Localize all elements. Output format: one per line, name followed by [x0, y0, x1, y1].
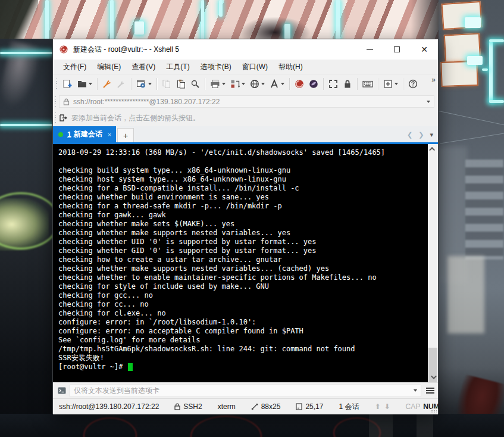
open-folder-icon: [77, 79, 87, 89]
session-properties-dropdown-caret[interactable]: [148, 83, 152, 85]
find-button[interactable]: [188, 77, 202, 91]
tab-list-caret[interactable]: ▾: [430, 131, 433, 139]
resize-dimensions-icon: [251, 403, 258, 410]
terminal-line: checking build system type... x86_64-unk…: [58, 166, 422, 175]
terminal-line: 2018-09-29 12:33:16 (368 MB/s) - '/etc/i…: [58, 148, 422, 157]
session-properties-icon: [136, 79, 146, 89]
light-slab: [417, 414, 433, 437]
connect-button[interactable]: [100, 77, 114, 91]
disconnect-button[interactable]: [114, 77, 129, 91]
lock-screen-icon: [343, 79, 352, 89]
terminal-line: checking host system type... x86_64-unkn…: [58, 175, 422, 184]
window-title: 新建会话 - root@vultr:~ - Xshell 5: [73, 45, 179, 55]
xshell-app-button[interactable]: [292, 77, 306, 91]
neon-bracket: [489, 39, 504, 42]
menu-item-1[interactable]: 编辑(E): [92, 60, 126, 74]
tab-scroll-left-icon[interactable]: ❮: [407, 131, 412, 139]
minimize-button[interactable]: [356, 39, 383, 60]
paste-button[interactable]: [174, 77, 188, 91]
scrollbar-track[interactable]: [428, 154, 438, 372]
red-outline-arc: [190, 416, 262, 437]
send-text-input[interactable]: [74, 386, 412, 395]
neon-bar: [219, 0, 223, 17]
toolbar-separator: [323, 78, 324, 90]
lock-screen-button[interactable]: [340, 77, 355, 91]
neon-block: [465, 17, 481, 28]
address-field[interactable]: ssh://root:****************@139.180.207.…: [59, 95, 434, 108]
tab-close-icon[interactable]: ×: [108, 131, 111, 138]
new-session-icon: [62, 79, 73, 89]
font-button[interactable]: [267, 77, 287, 91]
xftp-app-button[interactable]: [306, 77, 321, 91]
tab-session-1[interactable]: 1 新建会话 ×: [53, 126, 116, 142]
menu-item-6[interactable]: 帮助(H): [273, 60, 308, 74]
new-session-button[interactable]: [60, 77, 75, 91]
web-browser-button[interactable]: [248, 77, 267, 91]
arrow-up-icon[interactable]: ⬆: [374, 402, 380, 411]
color-scheme-dropdown-caret[interactable]: [242, 83, 245, 85]
menu-item-5[interactable]: 窗口(W): [237, 60, 273, 74]
close-button[interactable]: ✕: [411, 39, 438, 60]
address-dropdown-caret[interactable]: [427, 101, 430, 103]
terminal-line: checking for style of include used by ma…: [58, 282, 422, 291]
minimize-icon: [367, 49, 373, 50]
new-window-dropdown-caret[interactable]: [395, 83, 398, 85]
terminal-line: checking whether build environment is sa…: [58, 193, 422, 202]
address-bar-grip[interactable]: [54, 96, 57, 107]
info-bar-grip[interactable]: [54, 113, 57, 123]
neon-block: [467, 56, 483, 65]
toolbar-separator: [289, 78, 290, 90]
caps-lock-indicator: CAP: [406, 402, 421, 411]
send-text-field[interactable]: [70, 385, 421, 397]
add-session-arrow-icon[interactable]: [59, 114, 68, 122]
new-window-icon: [383, 79, 393, 89]
virtual-keyboard-button[interactable]: [360, 77, 375, 91]
copy-button[interactable]: [159, 77, 174, 91]
terminal-scrollbar[interactable]: [428, 144, 438, 382]
terminal-output: 2018-09-29 12:33:16 (368 MB/s) - '/etc/i…: [58, 148, 422, 372]
toolbar-grip[interactable]: [55, 79, 58, 89]
menu-item-4[interactable]: 选项卡(B): [195, 60, 237, 74]
font-dropdown-caret[interactable]: [281, 83, 284, 85]
color-scheme-button[interactable]: [228, 77, 248, 91]
ssh-lock-icon: [174, 403, 180, 410]
info-bar: 要添加当前会话，点击左侧的箭头按钮。: [53, 110, 438, 126]
terminal-area[interactable]: 2018-09-29 12:33:16 (368 MB/s) - '/etc/i…: [53, 144, 438, 382]
terminal-prompt-line: [root@vultr ~]#: [58, 363, 422, 372]
title-bar[interactable]: 新建会话 - root@vultr:~ - Xshell 5 ✕: [53, 39, 438, 60]
terminal-prompt-icon: [58, 386, 66, 395]
web-browser-icon: [250, 79, 259, 89]
print-dropdown-caret[interactable]: [222, 83, 226, 85]
send-options-menu-icon[interactable]: [426, 388, 434, 394]
session-properties-button[interactable]: [134, 77, 154, 91]
send-history-caret[interactable]: [414, 389, 417, 392]
terminal-cursor: [128, 363, 133, 371]
fullscreen-button[interactable]: [326, 77, 340, 91]
new-window-button[interactable]: [381, 77, 400, 91]
menu-item-3[interactable]: 工具(T): [161, 60, 195, 74]
open-folder-dropdown-caret[interactable]: [89, 83, 92, 85]
web-browser-dropdown-caret[interactable]: [261, 83, 265, 85]
toolbar: »: [53, 74, 438, 93]
session-url: ssh://root:****************@139.180.207.…: [73, 98, 220, 106]
tab-label: 新建会话: [74, 129, 102, 139]
scroll-up-button[interactable]: [428, 144, 438, 154]
menu-bar: 文件(F)编辑(E)查看(V)工具(T)选项卡(B)窗口(W)帮助(H): [53, 60, 438, 74]
new-tab-button[interactable]: +: [117, 128, 134, 142]
status-bar: ssh://root@139.180.207.172:22 SSH2 xterm…: [53, 398, 438, 414]
paste-icon: [176, 79, 186, 89]
menu-item-2[interactable]: 查看(V): [126, 60, 161, 74]
window-resize-grip[interactable]: [431, 407, 437, 413]
open-folder-button[interactable]: [75, 77, 95, 91]
copy-icon: [162, 79, 171, 89]
maximize-button[interactable]: [383, 39, 411, 60]
tab-scroll-right-icon[interactable]: ❯: [418, 131, 424, 139]
print-button[interactable]: [208, 77, 228, 91]
terminal-line: checking how to create a ustar tar archi…: [58, 255, 422, 264]
toolbar-overflow-chevron[interactable]: »: [431, 74, 436, 84]
arrow-down-icon[interactable]: ⬇: [384, 402, 390, 411]
menu-item-0[interactable]: 文件(F): [58, 60, 92, 74]
tab-number: 1: [67, 130, 71, 139]
terminal-line: See `config.log' for more details: [58, 336, 422, 345]
help-button[interactable]: [406, 77, 420, 91]
